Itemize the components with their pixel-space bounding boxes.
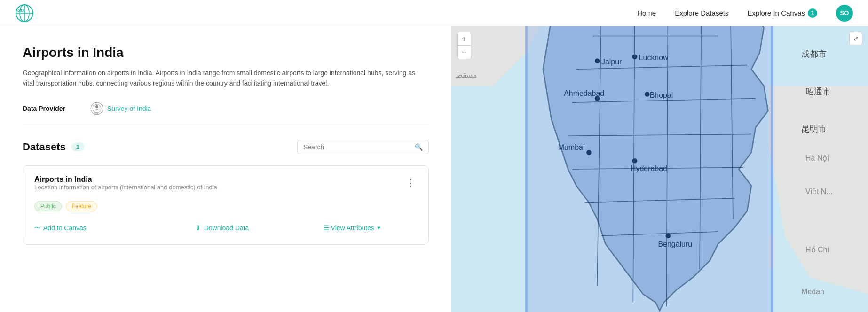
zoom-in-button[interactable]: +: [458, 32, 471, 46]
card-header: Airports in India Location information o…: [34, 175, 417, 197]
tag-feature: Feature: [66, 201, 97, 211]
svg-text:Hồ Chí: Hồ Chí: [805, 246, 829, 254]
datasets-title: Datasets: [23, 141, 66, 153]
download-icon: ⇓: [195, 224, 201, 232]
download-data-button[interactable]: ⇓ Download Data: [157, 221, 287, 235]
svg-text:INDIA: INDIA: [94, 112, 99, 114]
svg-text:Lucknow: Lucknow: [639, 54, 669, 62]
nav-home[interactable]: Home: [637, 9, 656, 17]
add-to-canvas-label: Add to Canvas: [43, 224, 87, 232]
map-expand-button[interactable]: ⤢: [849, 32, 862, 45]
svg-point-31: [645, 92, 650, 97]
user-avatar[interactable]: SO: [836, 5, 853, 22]
svg-point-33: [586, 150, 592, 155]
card-title-area: Airports in India Location information o…: [34, 175, 219, 197]
svg-text:Hyderabad: Hyderabad: [631, 164, 667, 172]
nav-canvas-label: Explore In Canvas: [747, 9, 805, 17]
search-box[interactable]: 🔍: [297, 140, 429, 154]
canvas-badge: 1: [808, 8, 817, 18]
map-panel: Jaipur Lucknow Ahmedabad Bhopal Mumbai H…: [451, 26, 868, 312]
card-actions: ⤳ Add to Canvas ⇓ Download Data ☰ View A…: [34, 221, 417, 235]
svg-text:مسقط: مسقط: [456, 71, 477, 79]
left-panel: Airports in India Geographical informati…: [0, 26, 451, 312]
card-desc: Location information of airports (intern…: [34, 184, 219, 191]
map-container[interactable]: Jaipur Lucknow Ahmedabad Bhopal Mumbai H…: [451, 26, 868, 312]
view-attr-icon: ☰: [323, 224, 329, 232]
data-provider-label: Data Provider: [23, 105, 79, 112]
datasets-count-badge: 1: [71, 142, 84, 151]
page-title: Airports in India: [23, 45, 429, 60]
svg-point-7: [95, 105, 98, 108]
search-icon: 🔍: [415, 143, 423, 151]
more-options-button[interactable]: ⋮: [404, 175, 417, 190]
add-to-canvas-button[interactable]: ⤳ Add to Canvas: [34, 221, 157, 235]
dataset-card: Airports in India Location information o…: [23, 165, 429, 245]
svg-text:Jaipur: Jaipur: [601, 58, 622, 66]
svg-point-35: [632, 158, 638, 164]
add-to-canvas-icon: ⤳: [34, 224, 40, 232]
zoom-out-button[interactable]: −: [458, 46, 471, 59]
svg-text:Ahmedabad: Ahmedabad: [564, 89, 604, 97]
page-description: Geographical information on airports in …: [23, 68, 427, 89]
provider-name[interactable]: Survey of India: [107, 105, 151, 112]
svg-point-37: [665, 233, 671, 238]
navbar: GSX Home Explore Datasets Explore In Can…: [0, 0, 868, 26]
nav-explore-datasets[interactable]: Explore Datasets: [675, 9, 728, 17]
nav-explore-canvas[interactable]: Explore In Canvas 1: [747, 8, 817, 18]
main-layout: Airports in India Geographical informati…: [0, 26, 868, 312]
svg-text:Mumbai: Mumbai: [558, 143, 585, 151]
map-controls: + −: [457, 32, 471, 59]
map-svg: Jaipur Lucknow Ahmedabad Bhopal Mumbai H…: [451, 26, 868, 312]
svg-text:Bhopal: Bhopal: [650, 91, 673, 99]
svg-text:昭通市: 昭通市: [805, 87, 831, 96]
svg-text:Việt N...: Việt N...: [805, 187, 833, 195]
datasets-header: Datasets 1 🔍: [23, 140, 429, 154]
view-attributes-button[interactable]: ☰ View Attributes ▼: [287, 221, 417, 235]
svg-text:Bengaluru: Bengaluru: [658, 240, 692, 248]
card-tags: Public Feature: [34, 201, 417, 211]
svg-text:成都市: 成都市: [801, 49, 827, 59]
nav-links: Home Explore Datasets Explore In Canvas …: [637, 5, 853, 22]
logo-icon: GSX: [15, 4, 34, 23]
download-data-label: Download Data: [204, 224, 249, 232]
provider-icon: INDIA: [90, 102, 103, 115]
data-provider-value: INDIA Survey of India: [90, 102, 151, 115]
chevron-down-icon: ▼: [376, 225, 381, 231]
logo[interactable]: GSX: [15, 4, 34, 23]
svg-text:Medan: Medan: [801, 288, 824, 296]
svg-text:GSX: GSX: [17, 9, 24, 12]
data-provider-row: Data Provider INDIA Survey of India: [23, 102, 429, 125]
tag-public: Public: [34, 201, 62, 211]
svg-text:昆明市: 昆明市: [801, 124, 827, 133]
card-title: Airports in India: [34, 175, 219, 184]
svg-point-25: [595, 58, 600, 63]
datasets-title-wrap: Datasets 1: [23, 141, 84, 153]
search-input[interactable]: [303, 143, 411, 151]
svg-point-27: [632, 54, 638, 59]
svg-text:Hà Nội: Hà Nội: [805, 154, 829, 162]
view-attributes-label: View Attributes: [331, 224, 374, 232]
